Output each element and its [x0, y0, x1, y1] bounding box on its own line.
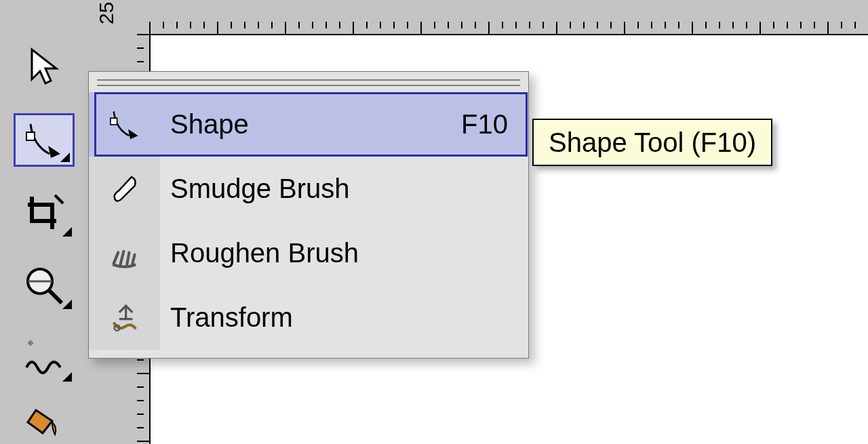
pick-tool[interactable]	[14, 41, 75, 94]
flyout-item-roughen-brush[interactable]: Roughen Brush	[160, 221, 528, 285]
freehand-tool[interactable]	[14, 331, 75, 384]
zoom-tool[interactable]	[14, 258, 75, 312]
shape-tool[interactable]	[14, 113, 75, 167]
flyout-item-transform[interactable]: Transform	[160, 285, 528, 350]
flyout-indicator-icon	[62, 372, 72, 382]
cursor-icon	[22, 45, 66, 89]
svg-line-3	[50, 291, 62, 303]
fill-icon	[22, 402, 66, 444]
smudge-brush-icon	[107, 171, 142, 207]
flyout-item-label: Roughen Brush	[170, 238, 359, 268]
shape-icon	[22, 119, 66, 162]
ruler-horizontal[interactable]	[149, 0, 868, 34]
flyout-indicator-icon	[60, 153, 70, 162]
flyout-item-icon	[89, 92, 160, 157]
flyout-item-shape[interactable]: Shape F10	[160, 92, 528, 157]
shape-icon	[107, 107, 142, 142]
flyout-item-label: Transform	[170, 302, 293, 333]
smart-fill-tool[interactable]	[14, 403, 75, 444]
flyout-item-label: Shape	[170, 109, 249, 140]
flyout-item-icon	[89, 157, 160, 221]
ruler-tick-label: 25	[95, 2, 118, 24]
transform-icon	[107, 300, 142, 336]
toolbox	[0, 0, 88, 444]
zoom-icon	[22, 264, 66, 307]
crop-tool[interactable]	[14, 186, 75, 239]
flyout-indicator-icon	[62, 300, 72, 309]
flyout-item-smudge-brush[interactable]: Smudge Brush	[160, 157, 528, 221]
crop-icon	[22, 191, 66, 235]
svg-rect-0	[26, 132, 35, 140]
flyout-grip[interactable]	[89, 72, 528, 92]
svg-rect-4	[110, 118, 117, 125]
tooltip-text: Shape Tool (F10)	[549, 127, 756, 158]
roughen-brush-icon	[107, 236, 142, 271]
flyout-item-label: Smudge Brush	[170, 174, 350, 204]
flyout-indicator-icon	[62, 227, 72, 237]
freehand-icon	[22, 336, 66, 380]
flyout-item-icon	[89, 285, 160, 350]
flyout-item-icon	[89, 221, 160, 285]
shape-tool-flyout: Shape F10 Smudge Brush Roughen Brush Tra…	[88, 71, 529, 359]
tooltip: Shape Tool (F10)	[532, 119, 772, 166]
flyout-item-shortcut: F10	[461, 109, 508, 140]
